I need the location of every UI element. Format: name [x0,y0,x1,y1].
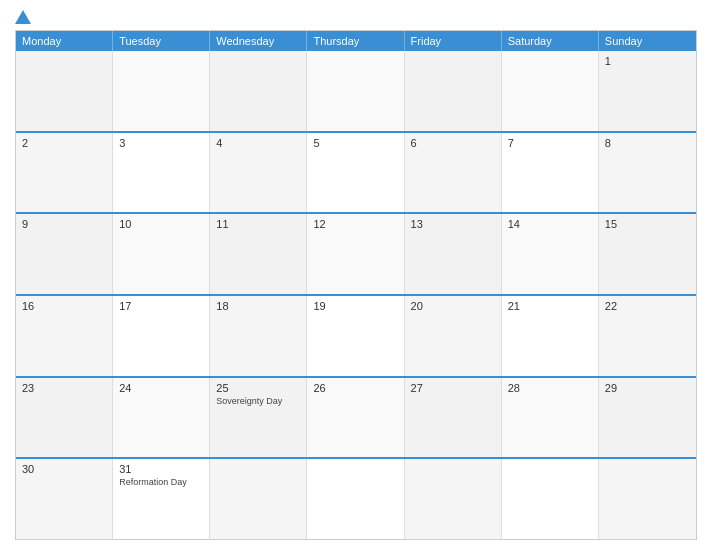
calendar-header-cell: Sunday [599,31,696,51]
calendar-day: 9 [16,214,113,294]
calendar-header-cell: Monday [16,31,113,51]
day-number: 8 [605,137,690,149]
day-number: 16 [22,300,106,312]
calendar-day [599,459,696,539]
calendar-week: 16171819202122 [16,294,696,376]
day-number: 13 [411,218,495,230]
logo-blue-bar [15,10,33,24]
calendar-day: 23 [16,378,113,458]
day-number: 28 [508,382,592,394]
day-number: 22 [605,300,690,312]
calendar-day [210,459,307,539]
day-number: 1 [605,55,690,67]
calendar-day: 20 [405,296,502,376]
calendar-day: 18 [210,296,307,376]
calendar-day: 12 [307,214,404,294]
day-number: 2 [22,137,106,149]
calendar-day: 10 [113,214,210,294]
calendar-header-cell: Tuesday [113,31,210,51]
calendar-week: 2345678 [16,131,696,213]
calendar-week: 3031Reformation Day [16,457,696,539]
day-number: 27 [411,382,495,394]
calendar-body: 1234567891011121314151617181920212223242… [16,51,696,539]
day-number: 23 [22,382,106,394]
day-number: 10 [119,218,203,230]
calendar-day [502,51,599,131]
day-number: 18 [216,300,300,312]
calendar-day: 19 [307,296,404,376]
day-number: 14 [508,218,592,230]
day-number: 7 [508,137,592,149]
day-event: Sovereignty Day [216,396,300,408]
day-number: 30 [22,463,106,475]
day-number: 25 [216,382,300,394]
calendar-header-cell: Thursday [307,31,404,51]
calendar: MondayTuesdayWednesdayThursdayFridaySatu… [15,30,697,540]
calendar-day [405,459,502,539]
header [15,10,697,24]
calendar-day: 28 [502,378,599,458]
calendar-day: 24 [113,378,210,458]
calendar-day: 15 [599,214,696,294]
calendar-day [405,51,502,131]
calendar-day [307,51,404,131]
calendar-day [210,51,307,131]
day-number: 21 [508,300,592,312]
day-number: 31 [119,463,203,475]
calendar-day: 16 [16,296,113,376]
calendar-day [113,51,210,131]
calendar-day: 14 [502,214,599,294]
calendar-week: 9101112131415 [16,212,696,294]
day-number: 17 [119,300,203,312]
calendar-day: 17 [113,296,210,376]
calendar-day: 1 [599,51,696,131]
calendar-day: 8 [599,133,696,213]
calendar-day: 31Reformation Day [113,459,210,539]
day-number: 26 [313,382,397,394]
day-number: 5 [313,137,397,149]
calendar-day: 13 [405,214,502,294]
day-number: 29 [605,382,690,394]
calendar-header-cell: Friday [405,31,502,51]
calendar-day: 6 [405,133,502,213]
day-number: 20 [411,300,495,312]
calendar-day: 27 [405,378,502,458]
day-number: 9 [22,218,106,230]
day-number: 15 [605,218,690,230]
day-number: 24 [119,382,203,394]
calendar-header-row: MondayTuesdayWednesdayThursdayFridaySatu… [16,31,696,51]
logo [15,10,33,24]
day-number: 11 [216,218,300,230]
calendar-day: 30 [16,459,113,539]
calendar-day: 4 [210,133,307,213]
day-number: 19 [313,300,397,312]
calendar-day: 29 [599,378,696,458]
calendar-day [16,51,113,131]
calendar-day: 3 [113,133,210,213]
day-event: Reformation Day [119,477,203,489]
calendar-day: 11 [210,214,307,294]
calendar-day [502,459,599,539]
calendar-day: 2 [16,133,113,213]
calendar-week: 232425Sovereignty Day26272829 [16,376,696,458]
calendar-day: 7 [502,133,599,213]
calendar-day: 5 [307,133,404,213]
logo-triangle-icon [15,10,31,24]
day-number: 3 [119,137,203,149]
calendar-day: 25Sovereignty Day [210,378,307,458]
calendar-day: 22 [599,296,696,376]
calendar-header-cell: Wednesday [210,31,307,51]
calendar-week: 1 [16,51,696,131]
day-number: 12 [313,218,397,230]
day-number: 6 [411,137,495,149]
calendar-day: 26 [307,378,404,458]
calendar-header-cell: Saturday [502,31,599,51]
calendar-day: 21 [502,296,599,376]
calendar-day [307,459,404,539]
day-number: 4 [216,137,300,149]
page: MondayTuesdayWednesdayThursdayFridaySatu… [0,0,712,550]
